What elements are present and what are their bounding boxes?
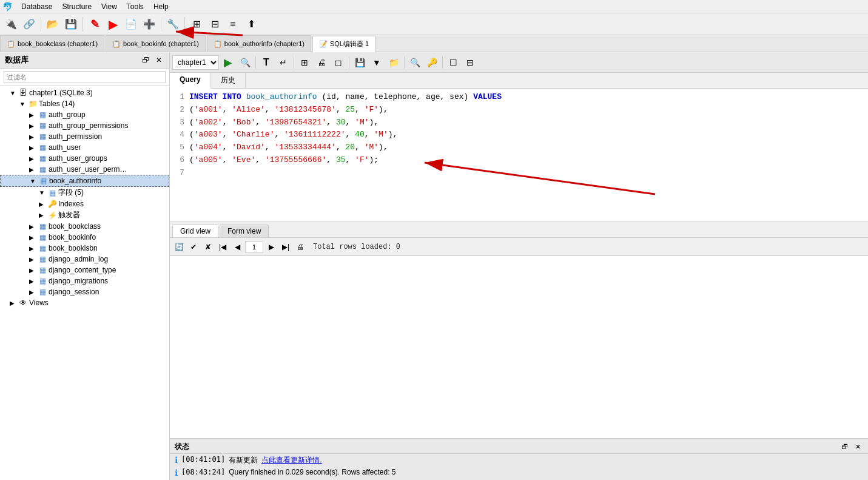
sep (255, 56, 256, 69)
clear-btn[interactable]: ☐ (445, 55, 461, 70)
disconnect-btn[interactable]: 🔗 (21, 16, 38, 33)
expand-arrow[interactable]: ▶ (10, 300, 18, 306)
tab-query[interactable]: Query (170, 73, 211, 89)
tree-item-chapter1[interactable]: ▼ 🗄 chapter1 (SQLite 3) (0, 87, 169, 98)
filter-input[interactable] (4, 71, 166, 83)
apply-btn[interactable]: ✔ (187, 240, 200, 254)
text-format-btn[interactable]: T (258, 55, 274, 70)
tab-book-bookinfo[interactable]: 📋 book_bookinfo (chapter1) (106, 35, 206, 52)
menu-help[interactable]: Help (149, 1, 173, 12)
table-def-btn[interactable]: 📄 (123, 16, 140, 33)
page-number[interactable] (245, 241, 263, 253)
expand-arrow[interactable]: ▶ (29, 234, 38, 241)
close-sidebar-btn[interactable]: ✕ (153, 55, 164, 66)
menu-view[interactable]: View (96, 1, 122, 12)
db-selector[interactable]: chapter1 (172, 55, 219, 70)
expand-arrow[interactable]: ▼ (39, 189, 47, 196)
new-connection-btn[interactable]: 🔌 (2, 16, 19, 33)
open-file-btn[interactable]: 📂 (44, 16, 61, 33)
expand-arrow[interactable]: ▶ (29, 112, 38, 118)
expand-arrow[interactable]: ▶ (29, 267, 38, 274)
prev-row-btn[interactable]: ◀ (230, 240, 244, 254)
discard-btn[interactable]: ✘ (201, 240, 215, 254)
tree-item-django-migrations[interactable]: ▶ ▦ django_migrations (0, 275, 169, 286)
tree-item-book-bookinfo[interactable]: ▶ ▦ book_bookinfo (0, 232, 169, 243)
explain-btn[interactable]: 🔍 (237, 55, 253, 70)
tab-history[interactable]: 历史 (211, 73, 246, 88)
save-dropdown-btn[interactable]: ▼ (369, 55, 385, 70)
columns-btn[interactable]: ⊟ (206, 16, 223, 33)
expand-arrow[interactable]: ▶ (29, 278, 38, 285)
insert-btn[interactable]: ➕ (141, 16, 158, 33)
close-status-btn[interactable]: ✕ (852, 441, 863, 452)
tree-item-triggers[interactable]: ▶ ⚡ 触发器 (0, 209, 169, 221)
table-icon: ▦ (38, 143, 47, 152)
tree-item-indexes[interactable]: ▶ 🔑 Indexes (0, 198, 169, 209)
tree-item-book-bookisbn[interactable]: ▶ ▦ book_bookisbn (0, 243, 169, 254)
expand-arrow[interactable]: ▶ (29, 256, 38, 263)
code-editor[interactable]: 1 INSERT INTO book_authorinfo (id, name,… (170, 89, 868, 222)
tab-sql-editor[interactable]: 📝 SQL编辑器 1 (312, 36, 375, 52)
tree-item-auth-group[interactable]: ▶ ▦ auth_group (0, 109, 169, 120)
export-btn[interactable]: ⬆ (243, 16, 260, 33)
print-btn[interactable]: 🖨 (314, 55, 329, 70)
tree-item-book-bookclass[interactable]: ▶ ▦ book_bookclass (0, 221, 169, 232)
tree-item-auth-permission[interactable]: ▶ ▦ auth_permission (0, 131, 169, 142)
rows-btn[interactable]: ≡ (224, 16, 241, 33)
split-h-btn[interactable]: ⊞ (297, 55, 312, 70)
print-grid-btn[interactable]: 🖨 (294, 240, 307, 254)
save-file-btn[interactable]: 💾 (62, 16, 79, 33)
expand-arrow[interactable]: ▶ (39, 201, 47, 208)
expand-arrow[interactable]: ▶ (29, 144, 38, 151)
expand-arrow[interactable]: ▶ (29, 123, 38, 129)
menu-tools[interactable]: Tools (122, 1, 149, 12)
tree-item-auth-user-groups[interactable]: ▶ ▦ auth_user_groups (0, 153, 169, 164)
expand-arrow[interactable]: ▶ (29, 223, 38, 230)
menu-database[interactable]: Database (16, 1, 57, 12)
schema-btn[interactable]: ◻ (331, 55, 346, 70)
browse-data-btn[interactable]: ✎ (86, 16, 103, 33)
tree-item-auth-user[interactable]: ▶ ▦ auth_user (0, 142, 169, 153)
tree-item-book-authorinfo[interactable]: ▼ ▦ book_authorinfo (0, 175, 169, 187)
tree-item-fields[interactable]: ▼ ▦ 字段 (5) (0, 187, 169, 198)
expand-arrow[interactable]: ▼ (19, 101, 28, 107)
replace-btn[interactable]: 🔑 (424, 55, 440, 70)
first-row-btn[interactable]: |◀ (216, 240, 229, 254)
expand-arrow[interactable]: ▼ (30, 178, 38, 184)
tree-item-django-content[interactable]: ▶ ▦ django_content_type (0, 265, 169, 275)
restore-status-btn[interactable]: 🗗 (839, 441, 850, 452)
status-link-1[interactable]: 点此查看更新详情. (261, 455, 321, 465)
refresh-grid-btn[interactable]: 🔄 (172, 240, 186, 254)
search-btn[interactable]: 🔍 (407, 55, 423, 70)
code-content-7 (189, 167, 866, 180)
next-row-btn[interactable]: ▶ (264, 240, 278, 254)
expand-arrow[interactable]: ▶ (29, 289, 38, 296)
expand-arrow[interactable]: ▶ (29, 134, 38, 140)
table-icon: ▦ (38, 121, 47, 130)
run-query-btn[interactable]: ▶ (220, 55, 236, 70)
expand-arrow[interactable]: ▶ (29, 155, 38, 162)
expand-arrow[interactable]: ▶ (29, 166, 38, 173)
wrench-btn[interactable]: 🔧 (164, 16, 181, 33)
tab-form-view[interactable]: Form view (220, 225, 269, 237)
tab-book-bookclass[interactable]: 📋 book_bookclass (chapter1) (0, 35, 104, 52)
grid-btn[interactable]: ⊞ (188, 16, 205, 33)
tree-item-views[interactable]: ▶ 👁 Views (0, 297, 169, 308)
wrap-btn[interactable]: ↵ (275, 55, 291, 70)
split-v-btn[interactable]: ⊟ (462, 55, 478, 70)
restore-sidebar-btn[interactable]: 🗗 (140, 55, 151, 66)
tree-item-tables[interactable]: ▼ 📁 Tables (14) (0, 98, 169, 109)
expand-arrow[interactable]: ▶ (29, 245, 38, 252)
save-query-btn[interactable]: 💾 (352, 55, 368, 70)
expand-arrow[interactable]: ▼ (10, 90, 18, 96)
tree-item-auth-user-user-perm[interactable]: ▶ ▦ auth_user_user_perm… (0, 164, 169, 175)
tab-grid-view[interactable]: Grid view (172, 225, 218, 237)
tree-item-django-admin[interactable]: ▶ ▦ django_admin_log (0, 254, 169, 265)
menu-structure[interactable]: Structure (57, 1, 96, 12)
tree-item-auth-group-perm[interactable]: ▶ ▦ auth_group_permissions (0, 120, 169, 131)
tree-item-django-session[interactable]: ▶ ▦ django_session (0, 286, 169, 297)
open-query-btn[interactable]: 📁 (386, 55, 402, 70)
last-row-btn[interactable]: ▶| (279, 240, 292, 254)
tab-book-authorinfo[interactable]: 📋 book_authorinfo (chapter1) (207, 35, 311, 52)
expand-arrow[interactable]: ▶ (39, 212, 47, 218)
